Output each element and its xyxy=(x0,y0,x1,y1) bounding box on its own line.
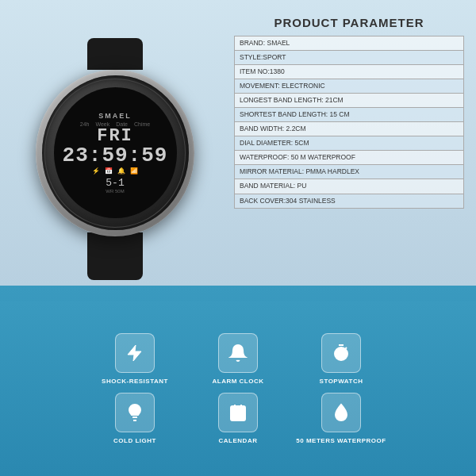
feature-label: 50 METERS WATERPROOF xyxy=(296,437,386,444)
param-row: SHORTEST BAND LENGTH: 15 CM xyxy=(235,108,464,122)
watch-status-icons: ⚡ 📅 🔔 📶 xyxy=(92,167,138,175)
param-row: MOVEMENT: ELECTRONIC xyxy=(235,79,464,94)
feature-label: SHOCK-RESISTANT xyxy=(102,378,168,385)
watch-time-display: 23:59:59 xyxy=(63,145,168,166)
feature-label: CALENDAR xyxy=(219,437,258,444)
bulb-icon xyxy=(115,393,155,432)
calendar-icon xyxy=(218,393,258,432)
feature-label: STOPWATCH xyxy=(320,378,363,385)
watch-brand-label: SMAEL xyxy=(98,112,132,120)
app-container: SMAEL 24h Week Date Chime FRI 23:59:59 ⚡ xyxy=(0,0,476,476)
feature-item: CALENDAR xyxy=(190,393,286,444)
watch-face: SMAEL 24h Week Date Chime FRI 23:59:59 ⚡ xyxy=(54,87,177,218)
svg-rect-5 xyxy=(234,414,236,416)
feature-item: ALARM CLOCK xyxy=(190,333,286,385)
svg-rect-6 xyxy=(237,414,240,416)
watch-outer: SMAEL 24h Week Date Chime FRI 23:59:59 ⚡ xyxy=(20,50,210,256)
feature-item: SHOCK-RESISTANT xyxy=(87,333,182,385)
feature-item: STOPWATCH xyxy=(294,333,389,385)
feature-label: ALARM CLOCK xyxy=(212,378,263,385)
param-row: WATERPROOF: 50 M WATERPROOF xyxy=(235,151,464,165)
watch-bottom-row: 5-1 xyxy=(106,177,124,189)
watch-band-bottom xyxy=(87,232,143,280)
param-row: MIRROR MATERIAL: PMMA HARDLEX xyxy=(235,165,464,179)
param-row: STYLE:SPORT xyxy=(235,51,464,65)
feature-item: 50 METERS WATERPROOF xyxy=(294,393,389,444)
watch-bezel: SMAEL 24h Week Date Chime FRI 23:59:59 ⚡ xyxy=(42,75,189,230)
param-row: BAND MATERIAL: PU xyxy=(235,179,464,194)
param-row: BAND WIDTH: 2.2CM xyxy=(235,122,464,136)
param-row: BRAND: SMAEL xyxy=(235,36,464,51)
drop-icon xyxy=(321,393,361,432)
stopwatch-icon xyxy=(321,333,361,373)
feature-item: COLD LIGHT xyxy=(87,393,182,444)
bolt-icon xyxy=(115,333,155,373)
param-row: BACK COVER:304 STAINLESS xyxy=(235,194,464,208)
top-section: SMAEL 24h Week Date Chime FRI 23:59:59 ⚡ xyxy=(0,0,476,301)
bell-icon xyxy=(218,333,258,373)
param-row: LONGEST BAND LENGTH: 21CM xyxy=(235,94,464,108)
watch-area: SMAEL 24h Week Date Chime FRI 23:59:59 ⚡ xyxy=(8,12,222,294)
watch-case: SMAEL 24h Week Date Chime FRI 23:59:59 ⚡ xyxy=(36,70,194,236)
features-grid: SHOCK-RESISTANTALARM CLOCKSTOPWATCHCOLD … xyxy=(87,333,389,444)
param-row: ITEM NO:1380 xyxy=(235,65,464,79)
param-section: PRODUCT PARAMETER BRAND: SMAELSTYLE:SPOR… xyxy=(222,12,468,294)
watch-steps-display: 5-1 xyxy=(106,177,124,189)
bottom-section: SHOCK-RESISTANTALARM CLOCKSTOPWATCHCOLD … xyxy=(0,301,476,476)
watch-wr-label: WR 50M xyxy=(106,189,124,194)
param-row: DIAL DIAMETER: 5CM xyxy=(235,136,464,151)
feature-label: COLD LIGHT xyxy=(113,437,156,444)
param-title: PRODUCT PARAMETER xyxy=(234,16,464,29)
watch-day-display: FRI xyxy=(97,128,133,145)
watch-band-top xyxy=(87,38,143,70)
param-table: BRAND: SMAELSTYLE:SPORTITEM NO:1380MOVEM… xyxy=(234,36,464,209)
